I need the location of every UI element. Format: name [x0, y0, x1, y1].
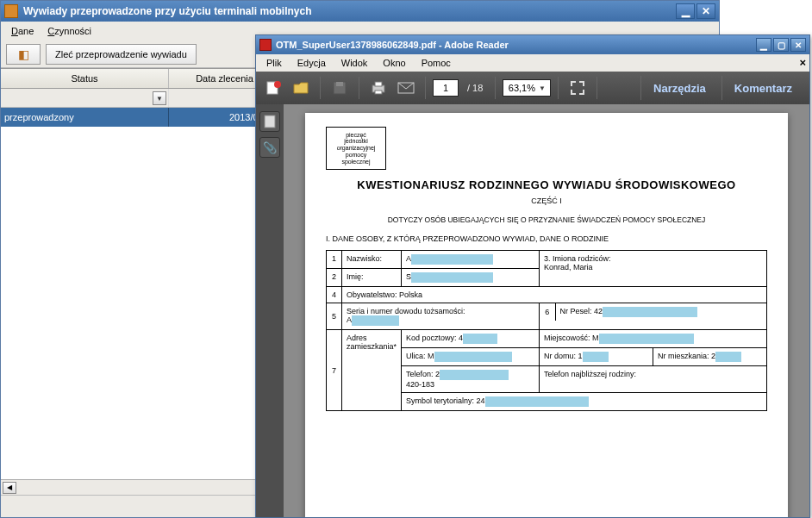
zlec-wywiad-button[interactable]: Zleć przeprowadzenie wywiadu [46, 44, 197, 65]
stamp-l4: pomocy [327, 152, 385, 159]
zoom-value: 63,1% [509, 83, 535, 93]
lbl-imie: Imię: [342, 269, 402, 287]
comment-button[interactable]: Komentarz [721, 76, 804, 100]
reader-menu-okno[interactable]: Okno [376, 58, 412, 68]
pdf-icon [259, 39, 272, 51]
lbl-seria: Seria i numer dowodu tożsamości: [347, 307, 534, 315]
lbl-nazwisko: Nazwisko: [342, 251, 402, 269]
page-current-input[interactable]: 1 [433, 79, 459, 97]
cell-n2: 2 [327, 269, 342, 287]
cell-seria: Seria i numer dowodu tożsamości: A [342, 303, 540, 330]
print-icon[interactable] [366, 76, 390, 100]
lbl-telrodz: Telefon najbliższej rodziny: [540, 366, 767, 393]
cell-n5: 5 [327, 303, 342, 330]
export-pdf-icon[interactable] [261, 76, 285, 100]
reader-restore-button[interactable]: ▢ [773, 38, 789, 52]
val-tel2: 420-183 [406, 380, 534, 389]
stamp-l5: społecznej [327, 159, 385, 165]
reader-titlebar: OTM_SuperUser1378986062849.pdf - Adobe R… [256, 35, 809, 54]
cell-pesel-wrap: 6 Nr Pesel: 42 [540, 303, 767, 330]
svg-point-1 [274, 81, 281, 88]
page-total: / 18 [462, 83, 488, 93]
cell-ulica: Ulica: M [402, 348, 540, 366]
reader-close-button[interactable]: ✕ [790, 38, 806, 52]
reader-menu-edycja[interactable]: Edycja [290, 58, 333, 68]
doc-subtitle: CZĘŚĆ I [326, 197, 767, 205]
doc-page: pieczęć jednostki organizacyjnej pomocy … [305, 113, 788, 517]
reader-minimize-button[interactable]: ▁ [756, 38, 771, 52]
open-icon[interactable] [289, 76, 313, 100]
svg-rect-8 [265, 115, 275, 128]
scroll-left-icon[interactable]: ◀ [3, 482, 16, 494]
cell-n4: 4 [327, 287, 342, 303]
reader-sidebar: 📎 [256, 104, 284, 517]
minimize-button[interactable]: ▁ [676, 3, 695, 19]
val-nazwisko: A [402, 251, 540, 269]
filter-status[interactable]: ▼ [1, 89, 169, 107]
lbl-adres: Adres zamieszkania* [342, 330, 402, 411]
cell-n7: 7 [327, 330, 342, 411]
val-imie: S [402, 269, 540, 287]
cell-nrmiesz: Nr mieszkania: 2 [653, 348, 766, 365]
cell-pesel: Nr Pesel: 42 [555, 303, 766, 321]
lbl-rodzice: 3. Imiona rodziców: [544, 254, 762, 263]
reader-body: 📎 pieczęć jednostki organizacyjnej pomoc… [256, 104, 809, 517]
close-button[interactable]: ✕ [696, 3, 715, 19]
reader-window: OTM_SuperUser1378986062849.pdf - Adobe R… [255, 34, 810, 518]
menu-dane[interactable]: Dane [4, 24, 41, 38]
stamp-l2: jednostki [327, 138, 385, 145]
app-title: Wywiady przeprowadzone przy użyciu termi… [23, 5, 676, 17]
doc-viewport[interactable]: pieczęć jednostki organizacyjnej pomocy … [284, 104, 809, 517]
cell-nrdom-wrap: Nr domu: 1 Nr mieszkania: 2 [540, 348, 767, 366]
cell-tel: Telefon: 2 420-183 [402, 366, 540, 393]
val-seria: A [347, 315, 534, 326]
thumbnails-icon[interactable] [259, 111, 280, 132]
chevron-down-icon: ▼ [539, 84, 546, 92]
save-icon[interactable] [328, 76, 352, 100]
reader-menubar: Plik Edycja Widok Okno Pomoc × [256, 54, 809, 72]
stamp-l1: pieczęć [327, 132, 385, 139]
reader-title: OTM_SuperUser1378986062849.pdf - Adobe R… [276, 40, 756, 50]
cell-symter: Symbol terytorialny: 24 [402, 393, 767, 411]
tools-button[interactable]: Narzędzia [640, 76, 718, 100]
door-icon-button[interactable]: ◧ [6, 44, 41, 65]
reader-menu-plik[interactable]: Plik [259, 58, 289, 68]
col-header-status[interactable]: Status [1, 69, 169, 88]
email-icon[interactable] [394, 76, 418, 100]
svg-rect-6 [375, 90, 382, 94]
cell-rodzice: 3. Imiona rodziców: Konrad, Maria [540, 251, 767, 287]
app-icon [4, 4, 18, 18]
cell-nrdomu: Nr domu: 1 [540, 348, 653, 365]
app-titlebar: Wywiady przeprowadzone przy użyciu termi… [1, 1, 719, 22]
stamp-box: pieczęć jednostki organizacyjnej pomocy … [326, 127, 386, 170]
cell-n1: 1 [327, 251, 342, 269]
cell-status: przeprowadzony [1, 108, 169, 127]
stamp-l3: organizacyjnej [327, 145, 385, 152]
svg-rect-3 [336, 82, 343, 86]
attachment-icon[interactable]: 📎 [259, 137, 280, 158]
reader-doc-close-icon[interactable]: × [799, 56, 806, 69]
menu-czynnosci[interactable]: Czynności [41, 24, 98, 38]
doc-section-1: I. DANE OSOBY, Z KTÓRĄ PRZEPROWADZONO WY… [326, 234, 767, 243]
svg-rect-5 [375, 82, 382, 86]
reader-menu-pomoc[interactable]: Pomoc [415, 58, 458, 68]
fullscreen-icon[interactable] [565, 76, 590, 100]
zoom-select[interactable]: 63,1% ▼ [503, 79, 551, 97]
cell-n6: 6 [540, 303, 555, 321]
chevron-down-icon[interactable]: ▼ [153, 91, 166, 105]
form-table: 1 Nazwisko: A 3. Imiona rodziców: Konrad… [326, 250, 767, 411]
lbl-obyw: Obywatelstwo: Polska [342, 287, 767, 303]
val-rodzice: Konrad, Maria [544, 263, 762, 271]
door-icon: ◧ [18, 47, 29, 61]
doc-title: KWESTIONARIUSZ RODZINNEGO WYWIADU ŚRODOW… [326, 178, 767, 191]
reader-menu-widok[interactable]: Widok [334, 58, 375, 68]
cell-kod: Kod pocztowy: 4 [402, 330, 540, 348]
cell-miejsc: Miejscowość: M [540, 330, 767, 348]
reader-toolbar: 1 / 18 63,1% ▼ Narzędzia Komentarz [256, 72, 809, 104]
doc-desc: DOTYCZY OSÓB UBIEGAJĄCYCH SIĘ O PRZYZNAN… [326, 215, 767, 224]
